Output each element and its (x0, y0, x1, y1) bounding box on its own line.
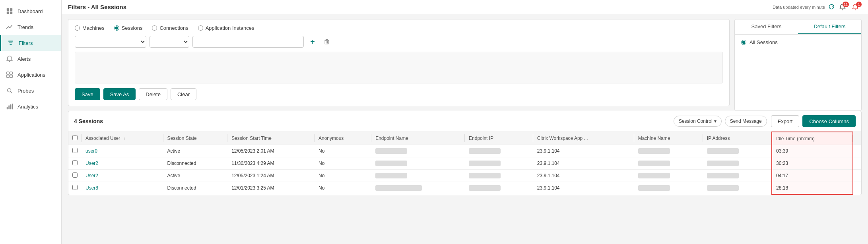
svg-point-19 (855, 9, 856, 10)
user-link[interactable]: User2 (85, 173, 98, 178)
col-header-associated-user[interactable]: Associated User ↑ (82, 132, 163, 145)
probes-icon (6, 87, 14, 95)
row-start-time: 12/01/2023 3:25 AM (227, 182, 315, 194)
radio-machines-input[interactable] (75, 25, 80, 31)
radio-machines[interactable]: Machines (75, 25, 105, 31)
sidebar-item-filters[interactable]: Filters (0, 35, 61, 51)
blurred-endpoint-ip (469, 148, 501, 154)
row-checkbox[interactable] (72, 172, 78, 178)
blurred-machine-name (638, 148, 670, 154)
row-endpoint-ip (465, 182, 533, 194)
svg-rect-16 (10, 105, 12, 110)
alerts-bell[interactable]: 1 (851, 2, 860, 12)
radio-sessions-label: Sessions (122, 25, 143, 31)
svg-rect-20 (325, 41, 329, 44)
filter-operator-select[interactable] (150, 36, 189, 48)
session-control-button[interactable]: Session Control ▾ (674, 116, 722, 127)
blurred-machine-name (638, 173, 670, 178)
row-citrix-workspace: 23.9.1.104 (533, 170, 634, 182)
clear-button[interactable]: Clear (171, 88, 196, 100)
sidebar-item-trends-label: Trends (17, 24, 33, 30)
row-idle-time: 04:17 (772, 170, 853, 182)
row-start-time: 12/05/2023 2:01 AM (227, 145, 315, 157)
filter-row: + (75, 36, 723, 48)
header-right: Data updated every minute 11 1 (773, 2, 862, 12)
top-header: Filters - All Sessions Data updated ever… (62, 0, 868, 14)
tab-saved-filters[interactable]: Saved Filters (735, 19, 798, 34)
user-link[interactable]: user0 (85, 148, 97, 154)
choose-columns-button[interactable]: Choose Columns (802, 115, 856, 127)
blurred-endpoint-name (375, 148, 407, 154)
blurred-ip-address (707, 173, 739, 178)
sidebar-item-applications-label: Applications (17, 72, 45, 78)
radio-connections-label: Connections (159, 25, 188, 31)
col-header-endpoint-name: Endpoint Name (371, 132, 465, 145)
row-checkbox[interactable] (72, 148, 78, 153)
delete-button[interactable]: Delete (139, 88, 167, 100)
row-machine-name (634, 157, 703, 170)
add-filter-button[interactable]: + (307, 36, 318, 47)
row-checkbox[interactable] (72, 185, 78, 190)
col-header-citrix-workspace: Citrix Workspace App ... (533, 132, 634, 145)
send-message-button[interactable]: Send Message (725, 116, 767, 127)
save-as-button[interactable]: Save As (103, 88, 136, 100)
row-endpoint-name (371, 170, 465, 182)
blurred-endpoint-ip (469, 161, 501, 166)
sidebar-item-probes[interactable]: Probes (0, 83, 61, 99)
row-checkbox[interactable] (72, 160, 78, 165)
save-button[interactable]: Save (75, 88, 100, 100)
row-session-state: Active (163, 170, 228, 182)
all-sessions-radio[interactable] (741, 40, 746, 45)
refresh-icon[interactable] (828, 4, 835, 11)
radio-connections-input[interactable] (152, 25, 157, 31)
notifications-bell[interactable]: 11 (838, 2, 847, 12)
sidebar-item-trends[interactable]: Trends (0, 19, 61, 35)
svg-rect-14 (7, 107, 8, 109)
radio-sessions-input[interactable] (114, 25, 119, 31)
filter-panel: Machines Sessions Connections Appli (68, 19, 730, 106)
row-endpoint-ip (465, 145, 533, 157)
col-header-session-state: Session State (163, 132, 228, 145)
blurred-machine-name (638, 161, 670, 166)
radio-app-instances-input[interactable] (198, 25, 203, 31)
row-machine-name (634, 182, 703, 194)
sidebar-item-applications[interactable]: Applications (0, 67, 61, 83)
row-checkbox-cell (68, 145, 82, 157)
row-endpoint-name (371, 145, 465, 157)
sidebar-item-analytics[interactable]: Analytics (0, 99, 61, 114)
sidebar-item-alerts[interactable]: Alerts (0, 51, 61, 67)
user-link[interactable]: User8 (85, 185, 98, 191)
row-checkbox-cell (68, 182, 82, 194)
blurred-machine-name (638, 185, 670, 191)
row-anonymous: No (315, 170, 371, 182)
row-ip-address (703, 182, 772, 194)
row-user: User8 (82, 182, 163, 194)
tab-default-filters[interactable]: Default Filters (798, 19, 861, 34)
left-controls: Session Control ▾ Send Message (674, 116, 767, 127)
filter-value-input[interactable] (192, 36, 304, 48)
row-session-state: Disconnected (163, 182, 228, 194)
blurred-endpoint-name (375, 161, 407, 166)
filter-field-select[interactable] (75, 36, 146, 48)
sessions-table-wrap: Associated User ↑ Session State Session … (68, 132, 861, 195)
sidebar-item-dashboard[interactable]: Dashboard (0, 3, 61, 19)
radio-connections[interactable]: Connections (152, 25, 188, 31)
table-row: user0 Active 12/05/2023 2:01 AM No 23.9.… (68, 145, 861, 157)
radio-app-instances[interactable]: Application Instances (198, 25, 254, 31)
radio-sessions[interactable]: Sessions (114, 25, 143, 31)
alerts-count: 1 (856, 2, 862, 7)
svg-rect-5 (9, 43, 13, 43)
export-button[interactable]: Export (771, 115, 800, 127)
row-checkbox-cell (68, 170, 82, 182)
row-machine-name (634, 170, 703, 182)
row-ip-address (703, 157, 772, 170)
sidebar: Dashboard Trends Filters Alerts Applicat… (0, 0, 62, 244)
svg-rect-11 (10, 75, 12, 77)
all-sessions-option[interactable]: All Sessions (741, 39, 855, 45)
row-extra (853, 157, 861, 170)
row-endpoint-ip (465, 170, 533, 182)
user-link[interactable]: User2 (85, 161, 98, 166)
svg-rect-10 (7, 75, 9, 77)
select-all-checkbox[interactable] (72, 135, 78, 140)
delete-filter-button[interactable] (321, 36, 332, 47)
